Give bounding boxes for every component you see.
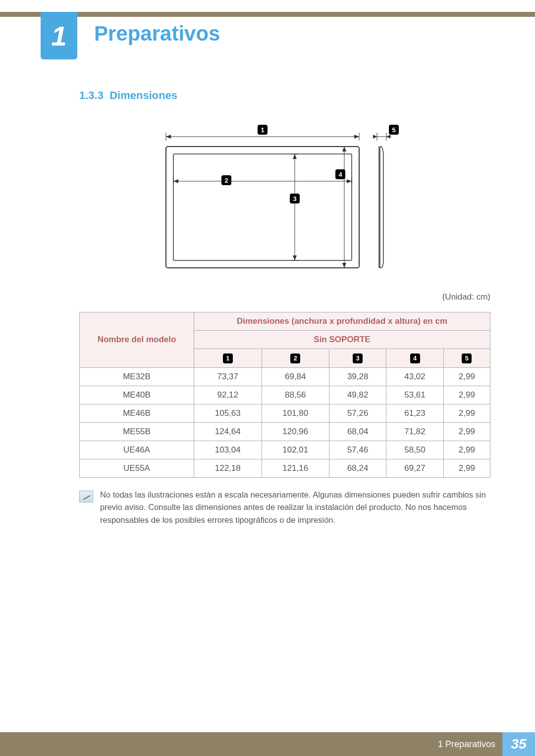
table-row: ME32B73,3769,8439,2843,022,99 <box>80 367 490 386</box>
svg-text:5: 5 <box>392 126 395 134</box>
footer-breadcrumb: 1 Preparativos <box>438 739 502 750</box>
col-5: 5 <box>443 349 490 368</box>
cell-dim-4: 71,82 <box>386 422 443 441</box>
cell-dim-3: 49,82 <box>329 386 386 404</box>
cell-dim-1: 103,04 <box>194 441 262 459</box>
svg-marker-19 <box>293 154 297 159</box>
col-subheader: Sin SOPORTE <box>194 331 490 349</box>
cell-dim-1: 122,18 <box>194 459 262 477</box>
cell-dim-2: 69,84 <box>262 367 329 386</box>
table-row: UE55A122,18121,1668,2469,272,99 <box>80 459 490 477</box>
col-4: 4 <box>386 349 443 368</box>
svg-marker-35 <box>386 135 390 139</box>
svg-marker-27 <box>342 263 346 268</box>
cell-model: ME46B <box>80 404 194 422</box>
section-heading: 1.3.3 Dimensiones <box>79 89 490 102</box>
note-icon <box>79 491 93 503</box>
cell-dim-1: 124,64 <box>194 422 262 441</box>
svg-text:4: 4 <box>338 171 342 178</box>
cell-dim-4: 43,02 <box>386 367 443 386</box>
cell-dim-4: 69,27 <box>386 459 443 477</box>
page-content: 1.3.3 Dimensiones 1 2 <box>79 89 490 526</box>
svg-text:3: 3 <box>293 195 296 202</box>
col-dims-header: Dimensiones (anchura x profundidad x alt… <box>194 312 490 331</box>
cell-dim-3: 39,28 <box>329 367 386 386</box>
chapter-number-badge: 1 <box>41 12 77 59</box>
svg-rect-0 <box>166 147 359 268</box>
section-title-text: Dimensiones <box>109 89 177 101</box>
col-3: 3 <box>329 349 386 368</box>
cell-dim-2: 101,80 <box>262 404 329 422</box>
svg-marker-5 <box>166 135 171 139</box>
cell-dim-2: 88,56 <box>262 386 329 404</box>
note-block: No todas las ilustraciones están a escal… <box>79 489 490 527</box>
table-row: UE46A103,04102,0157,4658,502,99 <box>80 441 490 459</box>
cell-dim-1: 92,12 <box>194 386 262 404</box>
svg-text:2: 2 <box>224 177 228 184</box>
col-2: 2 <box>262 349 329 368</box>
page-footer: 1 Preparativos 35 <box>0 732 535 756</box>
table-row: ME40B92,1288,5649,8253,612,99 <box>80 386 490 404</box>
cell-dim-5: 2,99 <box>443 367 490 386</box>
cell-dim-2: 121,16 <box>262 459 329 477</box>
cell-dim-5: 2,99 <box>443 441 490 459</box>
svg-marker-12 <box>173 179 178 183</box>
svg-marker-34 <box>373 135 377 139</box>
svg-marker-13 <box>347 179 352 183</box>
cell-dim-4: 61,23 <box>386 404 443 422</box>
cell-dim-2: 120,96 <box>262 422 329 441</box>
dimensions-diagram: 1 2 3 4 <box>79 122 490 277</box>
col-model-header: Nombre del modelo <box>80 312 194 368</box>
section-number: 1.3.3 <box>79 89 104 101</box>
svg-text:1: 1 <box>261 126 264 134</box>
cell-model: UE46A <box>80 441 194 459</box>
note-text: No todas las ilustraciones están a escal… <box>100 489 490 527</box>
svg-marker-20 <box>293 255 297 260</box>
cell-model: ME55B <box>80 422 194 441</box>
cell-dim-2: 102,01 <box>262 441 329 459</box>
cell-dim-3: 68,24 <box>329 459 386 477</box>
dimensions-table: Nombre del modelo Dimensiones (anchura x… <box>79 312 490 478</box>
svg-rect-1 <box>173 154 352 260</box>
chapter-title: Preparativos <box>94 22 220 46</box>
table-row: ME46B105,63101,8057,2661,232,99 <box>80 404 490 422</box>
cell-dim-4: 58,50 <box>386 441 443 459</box>
top-accent-bar <box>0 12 535 17</box>
cell-dim-3: 68,04 <box>329 422 386 441</box>
cell-dim-5: 2,99 <box>443 386 490 404</box>
svg-marker-26 <box>342 147 346 151</box>
col-1: 1 <box>194 349 262 368</box>
svg-marker-6 <box>354 135 359 139</box>
unit-label: (Unidad: cm) <box>79 292 490 302</box>
cell-dim-5: 2,99 <box>443 422 490 441</box>
cell-dim-5: 2,99 <box>443 404 490 422</box>
cell-dim-5: 2,99 <box>443 459 490 477</box>
cell-dim-1: 105,63 <box>194 404 262 422</box>
cell-dim-1: 73,37 <box>194 367 262 386</box>
table-row: ME55B124,64120,9668,0471,822,99 <box>80 422 490 441</box>
cell-dim-4: 53,61 <box>386 386 443 404</box>
cell-model: UE55A <box>80 459 194 477</box>
cell-model: ME32B <box>80 367 194 386</box>
cell-dim-3: 57,46 <box>329 441 386 459</box>
cell-model: ME40B <box>80 386 194 404</box>
cell-dim-3: 57,26 <box>329 404 386 422</box>
footer-page-number: 35 <box>502 732 535 756</box>
